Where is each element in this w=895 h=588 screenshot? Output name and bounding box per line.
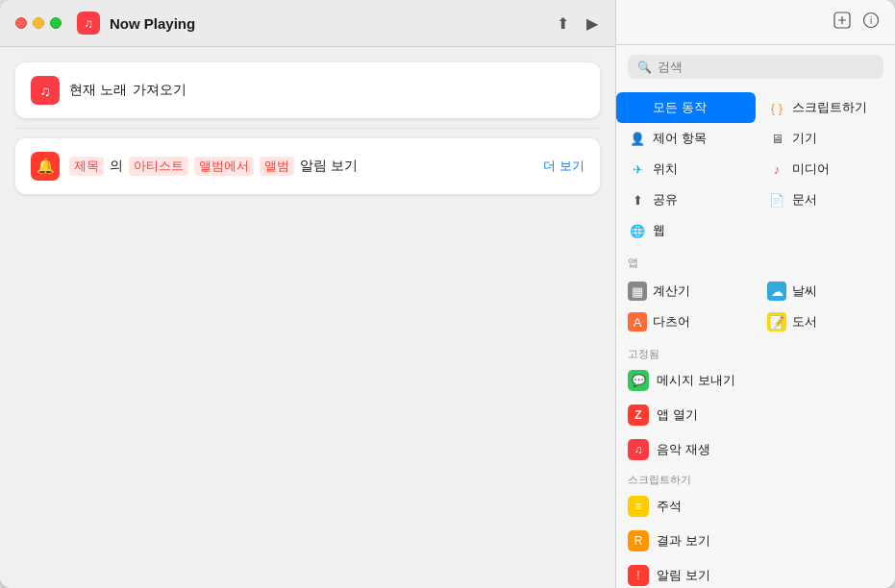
open-app-icon: Z (628, 404, 649, 426)
tag-title: 제목 (69, 157, 104, 176)
minimize-button[interactable] (33, 17, 44, 29)
weather-icon: ☁ (767, 282, 786, 301)
all-actions-icon: ☰ (628, 98, 647, 117)
sidebar-item-notes[interactable]: 📝 도서 (756, 306, 895, 337)
content-area: ♫ 현재 노래 가져오기 🔔 제목 의 아티스트 앨범에서 앨범 알림 보기 (0, 47, 615, 588)
tag-album-from: 앨범에서 (194, 157, 254, 176)
sidebar-item-show-alert[interactable]: ! 알림 보기 (616, 558, 895, 588)
play-music-icon: ♫ (628, 439, 649, 460)
tag-artist: 아티스트 (129, 157, 188, 176)
show-result-label: 결과 보기 (657, 532, 710, 550)
main-actions-grid: ☰ 모든 동작 { } 스크립트하기 👤 제어 항목 🖥 기기 ✈ 위치 (616, 88, 895, 250)
calculator-icon: ▦ (628, 282, 647, 301)
show-alert-icon: ! (628, 565, 649, 586)
send-message-icon: 💬 (628, 370, 649, 391)
card-text-get: 가져오기 (133, 82, 186, 99)
comment-icon: ≡ (628, 496, 649, 517)
add-button[interactable] (833, 12, 851, 33)
pinned-section-header: 고정됨 (616, 341, 895, 363)
media-label: 미디어 (792, 160, 830, 178)
card-content-music: 현재 노래 가져오기 (69, 82, 584, 99)
app-icon: ♫ (77, 12, 100, 35)
sidebar-item-media[interactable]: ♪ 미디어 (756, 154, 895, 184)
dictionary-icon: A (628, 312, 647, 331)
comment-label: 주석 (657, 498, 682, 515)
scripting-section-header: 스크립트하기 (616, 467, 895, 489)
right-content: ☰ 모든 동작 { } 스크립트하기 👤 제어 항목 🖥 기기 ✈ 위치 (616, 85, 895, 588)
sidebar-item-all-actions[interactable]: ☰ 모든 동작 (616, 92, 756, 123)
divider (15, 128, 600, 129)
share-icon: ⬆ (628, 190, 647, 209)
more-link[interactable]: 더 보기 (543, 158, 584, 175)
title-actions: ⬆ ▶ (555, 12, 600, 35)
right-header: i (616, 0, 895, 45)
location-icon: ✈ (628, 159, 647, 179)
sidebar-item-send-message[interactable]: 💬 메시지 보내기 (616, 363, 895, 398)
notify-card[interactable]: 🔔 제목 의 아티스트 앨범에서 앨범 알림 보기 더 보기 (15, 138, 600, 194)
sidebar-item-show-result[interactable]: R 결과 보기 (616, 524, 895, 558)
play-button[interactable]: ▶ (584, 12, 600, 35)
search-bar[interactable]: 🔍 (628, 55, 883, 79)
main-window: ♫ Now Playing ⬆ ▶ ♫ 현재 노래 가져오기 🔔 제목 (0, 0, 895, 588)
controls-icon: 👤 (628, 129, 647, 148)
left-panel: ♫ Now Playing ⬆ ▶ ♫ 현재 노래 가져오기 🔔 제목 (0, 0, 615, 588)
add-icon (833, 12, 851, 29)
web-icon: 🌐 (628, 221, 647, 240)
search-input[interactable] (658, 60, 874, 74)
sidebar-item-document[interactable]: 📄 문서 (756, 184, 895, 215)
show-result-icon: R (628, 530, 649, 551)
sidebar-item-scripting[interactable]: { } 스크립트하기 (756, 92, 895, 123)
traffic-lights (15, 17, 62, 29)
document-label: 문서 (792, 191, 817, 208)
card-text-current: 현재 노래 (69, 82, 127, 99)
sidebar-item-open-app[interactable]: Z 앱 열기 (616, 398, 895, 432)
weather-label: 날씨 (792, 282, 817, 300)
notes-icon: 📝 (767, 312, 786, 331)
window-title: Now Playing (110, 15, 545, 32)
sidebar-item-comment[interactable]: ≡ 주석 (616, 489, 895, 524)
device-label: 기기 (792, 130, 817, 147)
open-app-label: 앱 열기 (657, 406, 698, 424)
bell-icon: 🔔 (31, 152, 60, 181)
sidebar-item-controls[interactable]: 👤 제어 항목 (616, 123, 756, 154)
controls-label: 제어 항목 (653, 130, 707, 147)
sidebar-item-dictionary[interactable]: A 다츠어 (616, 306, 756, 337)
share-label: 공유 (653, 191, 678, 208)
card-text-alert: 알림 보기 (300, 158, 358, 175)
dictionary-label: 다츠어 (653, 313, 690, 331)
document-icon: 📄 (767, 190, 786, 209)
title-bar: ♫ Now Playing ⬆ ▶ (0, 0, 615, 47)
apps-grid: ▦ 계산기 ☁ 날씨 A 다츠어 📝 도서 (616, 272, 895, 341)
sidebar-item-share[interactable]: ⬆ 공유 (616, 184, 756, 215)
sidebar-item-weather[interactable]: ☁ 날씨 (756, 276, 895, 306)
close-button[interactable] (15, 17, 27, 29)
location-label: 위치 (653, 160, 678, 178)
right-panel: i 🔍 ☰ 모든 동작 { } 스크립트하기 👤 제어 항목 (615, 0, 895, 588)
play-music-label: 음악 재생 (657, 441, 710, 458)
tag-of: 의 (110, 158, 123, 175)
share-button[interactable]: ⬆ (555, 12, 571, 35)
calculator-label: 계산기 (653, 282, 690, 300)
music-card[interactable]: ♫ 현재 노래 가져오기 (15, 62, 600, 118)
maximize-button[interactable] (50, 17, 62, 29)
web-label: 웹 (653, 222, 665, 239)
tag-album: 앨범 (260, 157, 294, 176)
sidebar-item-play-music[interactable]: ♫ 음악 재생 (616, 432, 895, 467)
sidebar-item-location[interactable]: ✈ 위치 (616, 154, 756, 184)
svg-text:i: i (870, 15, 872, 26)
sidebar-item-calculator[interactable]: ▦ 계산기 (616, 276, 756, 306)
show-alert-label: 알림 보기 (657, 567, 710, 584)
apps-section-header: 앱 (616, 250, 895, 272)
send-message-label: 메시지 보내기 (657, 372, 735, 389)
music-icon: ♫ (31, 76, 60, 105)
card-content-notify: 제목 의 아티스트 앨범에서 앨범 알림 보기 (69, 157, 534, 176)
all-actions-label: 모든 동작 (653, 99, 707, 116)
device-icon: 🖥 (767, 129, 786, 148)
scripting-icon: { } (767, 98, 786, 117)
sidebar-item-web[interactable]: 🌐 웹 (616, 215, 756, 246)
sidebar-item-device[interactable]: 🖥 기기 (756, 123, 895, 154)
scripting-label: 스크립트하기 (792, 99, 867, 116)
info-icon: i (862, 12, 880, 29)
info-button[interactable]: i (862, 12, 880, 33)
media-icon: ♪ (767, 159, 786, 179)
